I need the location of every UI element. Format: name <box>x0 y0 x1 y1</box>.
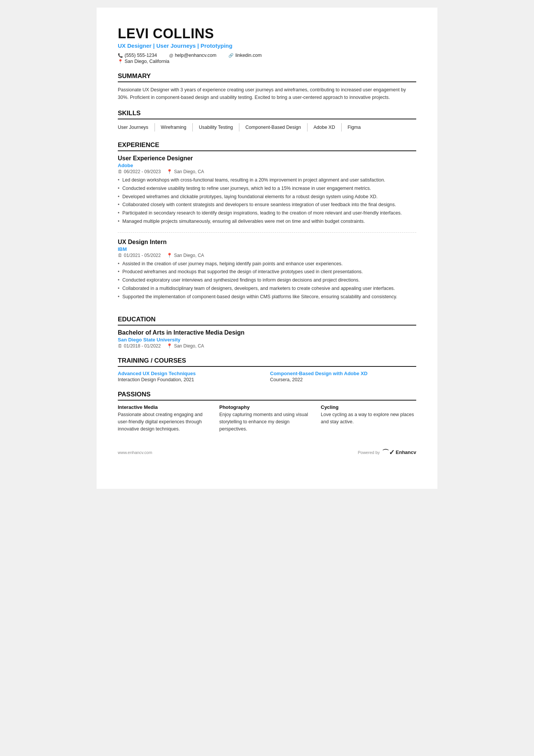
skill-item-0: User Journeys <box>118 123 155 131</box>
passion-item-2: Cycling Love cycling as a way to explore… <box>321 404 416 432</box>
powered-by-label: Powered by <box>358 450 380 455</box>
bullet-1-0: Assisted in the creation of user journey… <box>118 260 416 268</box>
email-address: help@enhancv.com <box>175 53 217 58</box>
linkedin-contact: 🔗 linkedin.com <box>228 53 261 58</box>
passion-title-2: Cycling <box>321 404 416 410</box>
job-dates-1: 🗓 01/2021 - 05/2022 <box>118 253 161 258</box>
bullet-0-2: Developed wireframes and clickable proto… <box>118 193 416 200</box>
passion-text-2: Love cycling as a way to explore new pla… <box>321 411 416 426</box>
training-section: TRAINING / COURSES Advanced UX Design Te… <box>118 357 416 382</box>
degree-title: Bachelor of Arts in Interactive Media De… <box>118 329 416 336</box>
edu-dates-item: 🗓 01/2018 - 01/2022 <box>118 343 161 349</box>
cal-icon-0: 🗓 <box>118 169 122 174</box>
experience-heading: EXPERIENCE <box>118 141 416 151</box>
skill-item-1: Wireframing <box>161 123 193 131</box>
location-contact: 📍 San Diego, California <box>118 59 169 64</box>
candidate-title: UX Designer | User Journeys | Prototypin… <box>118 42 416 49</box>
education-heading: EDUCATION <box>118 316 416 326</box>
job-title-0: User Experience Designer <box>118 155 416 162</box>
email-contact: @ help@enhancv.com <box>169 53 216 58</box>
linkedin-url: linkedin.com <box>235 53 261 58</box>
skills-heading: SKILLS <box>118 110 416 119</box>
job-dates-0: 🗓 06/2022 - 09/2023 <box>118 169 161 174</box>
training-grid: Advanced UX Design Techniques Interactio… <box>118 371 416 382</box>
job-bullets-1: Assisted in the creation of user journey… <box>118 260 416 301</box>
job-location-0: 📍 San Diego, CA <box>167 169 204 174</box>
passion-text-0: Passionate about creating engaging and u… <box>118 411 213 432</box>
phone-icon: 📞 <box>118 53 123 58</box>
experience-container: User Experience Designer Adobe 🗓 06/2022… <box>118 155 416 307</box>
job-title-1: UX Design Intern <box>118 239 416 246</box>
edu-meta: 🗓 01/2018 - 01/2022 📍 San Diego, CA <box>118 343 416 349</box>
training-title-1: Component-Based Design with Adobe XD <box>270 371 416 376</box>
passion-item-1: Photography Enjoy capturing moments and … <box>219 404 315 432</box>
location-text: San Diego, California <box>125 59 169 64</box>
bullet-1-2: Conducted exploratory user interviews an… <box>118 277 416 284</box>
loc-icon-1: 📍 <box>167 253 172 258</box>
skills-list: User JourneysWireframingUsability Testin… <box>118 123 416 133</box>
job-meta-0: 🗓 06/2022 - 09/2023 📍 San Diego, CA <box>118 169 416 174</box>
bullet-0-3: Collaborated closely with content strate… <box>118 201 416 208</box>
training-heading: TRAINING / COURSES <box>118 357 416 367</box>
training-sub-0: Interaction Design Foundation, 2021 <box>118 377 264 382</box>
location-icon: 📍 <box>118 59 123 64</box>
passion-title-1: Photography <box>219 404 315 410</box>
brand-name: Enhancv <box>396 449 416 455</box>
skills-section: SKILLS User JourneysWireframingUsability… <box>118 110 416 133</box>
phone-number: (555) 555-1234 <box>125 53 157 58</box>
footer-website: www.enhancv.com <box>118 450 152 455</box>
bullet-0-1: Conducted extensive usability testing to… <box>118 185 416 192</box>
passions-section: PASSIONS Interactive Media Passionate ab… <box>118 391 416 432</box>
email-icon: @ <box>169 53 173 58</box>
enhancv-logo: ⌒✓ Enhancv <box>382 448 416 457</box>
passion-text-1: Enjoy capturing moments and using visual… <box>219 411 315 432</box>
edu-location-item: 📍 San Diego, CA <box>167 343 204 349</box>
job-meta-1: 🗓 01/2021 - 05/2022 📍 San Diego, CA <box>118 253 416 258</box>
passion-item-0: Interactive Media Passionate about creat… <box>118 404 213 432</box>
company-name-1: IBM <box>118 246 416 252</box>
bullet-1-3: Collaborated in a multidisciplinary team… <box>118 285 416 292</box>
bullet-1-1: Produced wireframes and mockups that sup… <box>118 268 416 275</box>
experience-block-1: UX Design Intern IBM 🗓 01/2021 - 05/2022… <box>118 239 416 308</box>
contact-row-1: 📞 (555) 555-1234 @ help@enhancv.com 🔗 li… <box>118 53 416 58</box>
edu-location: San Diego, CA <box>174 343 204 349</box>
edu-location-icon: 📍 <box>167 343 172 349</box>
training-title-0: Advanced UX Design Techniques <box>118 371 264 376</box>
contact-row-2: 📍 San Diego, California <box>118 59 416 64</box>
experience-block-0: User Experience Designer Adobe 🗓 06/2022… <box>118 155 416 233</box>
skill-item-2: Usability Testing <box>199 123 239 131</box>
job-bullets-0: Led design workshops with cross-function… <box>118 177 416 225</box>
passions-grid: Interactive Media Passionate about creat… <box>118 404 416 432</box>
training-sub-1: Coursera, 2022 <box>270 377 416 382</box>
bullet-0-4: Participated in secondary research to id… <box>118 210 416 217</box>
edu-dates: 01/2018 - 01/2022 <box>124 343 161 349</box>
loc-icon-0: 📍 <box>167 169 172 174</box>
header: LEVI COLLINS UX Designer | User Journeys… <box>118 26 416 64</box>
company-name-0: Adobe <box>118 163 416 168</box>
job-location-1: 📍 San Diego, CA <box>167 253 204 258</box>
experience-section: EXPERIENCE User Experience Designer Adob… <box>118 141 416 307</box>
passions-heading: PASSIONS <box>118 391 416 401</box>
training-item-1: Component-Based Design with Adobe XD Cou… <box>270 371 416 382</box>
link-icon: 🔗 <box>228 53 234 58</box>
enhancv-icon: ⌒✓ <box>382 448 395 457</box>
summary-heading: SUMMARY <box>118 72 416 82</box>
skill-item-3: Component-Based Design <box>245 123 308 131</box>
bullet-1-4: Supported the implementation of componen… <box>118 293 416 301</box>
school-name: San Diego State University <box>118 337 416 343</box>
training-item-0: Advanced UX Design Techniques Interactio… <box>118 371 264 382</box>
cal-icon-1: 🗓 <box>118 253 122 258</box>
summary-section: SUMMARY Passionate UX Designer with 3 ye… <box>118 72 416 101</box>
skill-item-5: Figma <box>348 123 367 131</box>
skill-item-4: Adobe XD <box>314 123 342 131</box>
resume-container: LEVI COLLINS UX Designer | User Journeys… <box>97 8 437 489</box>
footer: www.enhancv.com Powered by ⌒✓ Enhancv <box>118 448 416 457</box>
bullet-0-0: Led design workshops with cross-function… <box>118 177 416 184</box>
footer-brand: Powered by ⌒✓ Enhancv <box>358 448 416 457</box>
passion-title-0: Interactive Media <box>118 404 213 410</box>
summary-text: Passionate UX Designer with 3 years of e… <box>118 86 416 101</box>
education-section: EDUCATION Bachelor of Arts in Interactiv… <box>118 316 416 349</box>
calendar-icon: 🗓 <box>118 343 122 349</box>
candidate-name: LEVI COLLINS <box>118 26 416 42</box>
bullet-0-5: Managed multiple projects simultaneously… <box>118 218 416 225</box>
